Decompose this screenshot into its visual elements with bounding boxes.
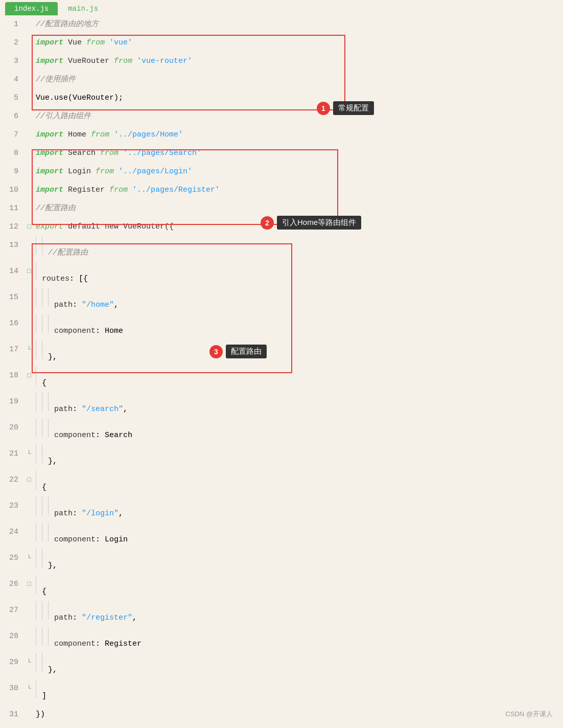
indent-guide: [42, 523, 48, 541]
code-line-16: 16 component: Home: [0, 314, 563, 340]
line-content: //配置路由: [34, 236, 563, 262]
line-number: 22: [0, 471, 25, 489]
line-content: {: [34, 471, 563, 497]
line-content: path: "/login",: [34, 497, 563, 523]
line-number: 28: [0, 627, 25, 646]
line-content: import VueRouter from 'vue-router': [34, 52, 563, 71]
line-content: ]: [34, 679, 563, 706]
line-content: path: "/search",: [34, 393, 563, 419]
line-number: 19: [0, 393, 25, 411]
indent-guide: [42, 445, 48, 463]
code-line-19: 19 path: "/search",: [0, 393, 563, 419]
line-content: {: [34, 575, 563, 601]
code-line-30: 30└]: [0, 679, 563, 706]
tab-bar: index.js main.js: [0, 0, 563, 15]
line-number: 31: [0, 706, 25, 724]
fold-indicator[interactable]: □: [25, 367, 34, 385]
indent-guide: [36, 471, 42, 489]
line-number: 15: [0, 288, 25, 307]
indent-guide: [36, 549, 42, 567]
line-number: 4: [0, 71, 25, 89]
code-line-28: 28 component: Register: [0, 627, 563, 653]
code-line-7: 7 import Home from '../pages/Home': [0, 126, 563, 144]
code-line-13: 13 //配置路由: [0, 236, 563, 262]
indent-guide: [42, 627, 48, 646]
code-line-9: 9 import Login from '../pages/Login': [0, 163, 563, 181]
indent-guide: [36, 523, 42, 541]
line-content: //配置路由的地方: [34, 15, 563, 34]
code-line-21: 21└},: [0, 445, 563, 471]
code-line-22: 22□{: [0, 471, 563, 497]
indent-guide: [48, 288, 54, 307]
line-number: 14: [0, 262, 25, 281]
indent-guide: [36, 653, 42, 672]
code-lines: 1 //配置路由的地方2 import Vue from 'vue'3 impo…: [0, 15, 563, 724]
indent-guide: [36, 445, 42, 463]
indent-guide: [42, 549, 48, 567]
code-line-4: 4 //使用插件: [0, 71, 563, 89]
code-line-18: 18□{: [0, 367, 563, 393]
code-line-24: 24 component: Login: [0, 523, 563, 549]
code-line-8: 8 import Search from '../pages/Search': [0, 144, 563, 163]
line-number: 2: [0, 34, 25, 52]
fold-indicator[interactable]: └: [25, 340, 34, 359]
line-content: component: Search: [34, 419, 563, 445]
indent-guide: [36, 419, 42, 437]
line-number: 23: [0, 497, 25, 515]
indent-guide: [36, 314, 42, 333]
code-line-5: 5 Vue.use(VueRouter);: [0, 89, 563, 107]
line-number: 16: [0, 314, 25, 333]
indent-guide: [48, 601, 54, 620]
indent-guide: [42, 601, 48, 620]
indent-guide: [42, 314, 48, 333]
code-line-12: 12□export default new VueRouter({: [0, 218, 563, 236]
code-line-11: 11 //配置路由: [0, 199, 563, 218]
line-number: 30: [0, 679, 25, 698]
code-line-2: 2 import Vue from 'vue': [0, 34, 563, 52]
code-line-25: 25└},: [0, 549, 563, 575]
indent-guide: [42, 340, 48, 359]
line-content: path: "/home",: [34, 288, 563, 314]
line-content: import Vue from 'vue': [34, 34, 563, 52]
line-number: 17: [0, 340, 25, 359]
indent-guide: [36, 627, 42, 646]
code-line-14: 14□routes: [{: [0, 262, 563, 288]
fold-indicator[interactable]: └: [25, 445, 34, 463]
line-number: 27: [0, 601, 25, 620]
code-line-23: 23 path: "/login",: [0, 497, 563, 523]
indent-guide: [36, 340, 42, 359]
tab-main-js[interactable]: main.js: [59, 2, 107, 15]
indent-guide: [36, 367, 42, 385]
line-content: Vue.use(VueRouter);: [34, 89, 563, 107]
fold-indicator[interactable]: └: [25, 653, 34, 672]
indent-guide: [42, 419, 48, 437]
indent-guide: [48, 419, 54, 437]
line-content: component: Register: [34, 627, 563, 653]
line-number: 20: [0, 419, 25, 437]
fold-indicator[interactable]: □: [25, 262, 34, 281]
line-number: 26: [0, 575, 25, 594]
code-line-10: 10 import Register from '../pages/Regist…: [0, 181, 563, 199]
fold-indicator[interactable]: □: [25, 218, 34, 236]
indent-guide: [48, 523, 54, 541]
indent-guide: [36, 497, 42, 515]
indent-guide: [42, 393, 48, 411]
line-number: 5: [0, 89, 25, 107]
code-line-26: 26□{: [0, 575, 563, 601]
code-line-15: 15 path: "/home",: [0, 288, 563, 314]
fold-indicator[interactable]: □: [25, 575, 34, 594]
fold-indicator[interactable]: └: [25, 549, 34, 567]
line-content: routes: [{: [34, 262, 563, 288]
tab-index-js[interactable]: index.js: [5, 2, 58, 15]
indent-guide: [48, 627, 54, 646]
line-number: 1: [0, 15, 25, 34]
line-content: export default new VueRouter({: [34, 218, 563, 236]
indent-guide: [42, 653, 48, 672]
fold-indicator[interactable]: └: [25, 679, 34, 698]
line-number: 3: [0, 52, 25, 71]
indent-guide: [48, 314, 54, 333]
indent-guide: [36, 262, 42, 281]
fold-indicator[interactable]: □: [25, 471, 34, 489]
code-line-27: 27 path: "/register",: [0, 601, 563, 627]
indent-guide: [36, 288, 42, 307]
